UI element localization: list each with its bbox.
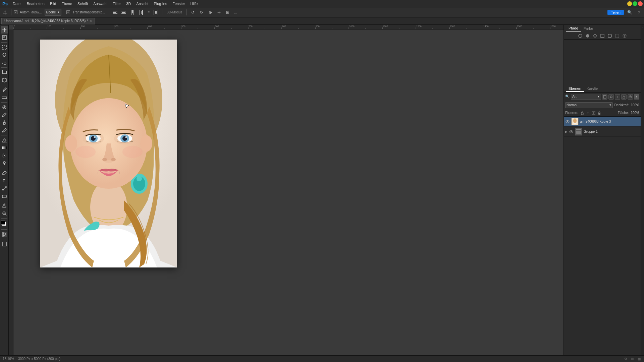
lock-position-icon[interactable]: ✛	[586, 111, 590, 115]
menu-plugins[interactable]: Plug-ins	[151, 1, 170, 6]
search-layers-icon[interactable]: 🔍	[565, 95, 570, 99]
tool-select-lasso[interactable]	[1, 51, 8, 59]
layer-group-arrow[interactable]: ▶	[565, 130, 568, 133]
minimize-button[interactable]: −	[627, 1, 632, 6]
learn-icon[interactable]: ?	[635, 9, 643, 16]
lock-all-icon[interactable]	[597, 111, 602, 115]
align-left-icon[interactable]	[111, 9, 119, 16]
tool-dodge[interactable]	[1, 160, 8, 167]
rect-shape-icon[interactable]	[600, 33, 605, 39]
diamond-icon[interactable]	[592, 33, 598, 39]
tool-eyedropper[interactable]	[1, 86, 8, 94]
layer-item-1[interactable]: ▶ Gruppe 1	[564, 127, 641, 137]
maximize-button[interactable]: +	[633, 1, 637, 6]
tab-pfade[interactable]: Pfade	[566, 25, 581, 32]
menu-bearbeiten[interactable]: Bearbeiten	[24, 1, 47, 6]
lock-artboard-icon[interactable]	[591, 111, 596, 115]
menu-ansicht[interactable]: Ansicht	[133, 1, 151, 6]
flaeche-value[interactable]: 100%	[631, 111, 639, 115]
filter-adjust-icon[interactable]	[608, 94, 614, 100]
tool-zoom[interactable]	[1, 210, 8, 217]
document-tab[interactable]: Unbenannt-1 bei 18,2% (girl-2406963 Kopi…	[1, 18, 95, 24]
filter-toggle-icon[interactable]: ●	[634, 94, 639, 100]
status-grid-icon[interactable]: ⊞	[630, 357, 635, 361]
menu-hilfe[interactable]: Hilfe	[187, 1, 200, 6]
sync-icon[interactable]: ⟳	[198, 9, 205, 16]
more-options-icon[interactable]: ...	[233, 10, 237, 15]
tool-gradient[interactable]	[1, 144, 8, 152]
tool-artboard[interactable]	[1, 34, 8, 41]
status-view-icon[interactable]: ▦	[637, 357, 641, 361]
ruler-icon[interactable]: ⊞	[224, 9, 231, 16]
tab-ebenen[interactable]: Ebenen	[566, 86, 584, 92]
tool-perspective[interactable]	[1, 76, 8, 84]
pin-icon[interactable]: ⊕	[207, 9, 214, 16]
color-swatches[interactable]	[1, 220, 8, 228]
menu-filter[interactable]: Filter	[110, 1, 123, 6]
foreground-color-swatch[interactable]	[1, 220, 5, 225]
tool-crop[interactable]	[1, 69, 8, 76]
tool-blur[interactable]	[1, 152, 8, 159]
rotate-icon[interactable]: ↺	[189, 9, 197, 16]
move3d-icon[interactable]: ✛	[215, 9, 223, 16]
distribute-icon[interactable]: ≡	[146, 10, 151, 15]
auto-select-checkbox[interactable]: ✓	[14, 10, 17, 14]
filter-pixel-icon[interactable]	[602, 94, 607, 100]
panel-collapse-strip[interactable]: ‹	[641, 25, 644, 362]
transformation-checkbox[interactable]: ✓	[66, 10, 70, 14]
filter-smart-icon[interactable]	[628, 94, 633, 100]
tool-history-brush[interactable]	[1, 127, 8, 134]
portrait-image	[40, 40, 177, 267]
rect-rounded-icon[interactable]	[607, 33, 612, 39]
tool-healing[interactable]	[1, 104, 8, 111]
search-icon[interactable]: 🔍	[626, 9, 633, 16]
menu-auswahl[interactable]: Auswahl	[91, 1, 110, 6]
circle-filled-icon[interactable]	[585, 33, 590, 39]
tool-path-select[interactable]	[1, 185, 8, 192]
menu-schrift[interactable]: Schrift	[75, 1, 91, 6]
tool-move[interactable]	[1, 26, 8, 34]
tool-quick-mask[interactable]	[1, 231, 8, 238]
tab-kanale[interactable]: Kanäle	[584, 86, 601, 92]
tool-select-object[interactable]	[1, 59, 8, 66]
tab-close-button[interactable]: ×	[90, 19, 92, 23]
tool-shape[interactable]	[1, 192, 8, 200]
layer-visibility-1[interactable]	[569, 129, 574, 134]
menu-datei[interactable]: Datei	[10, 1, 24, 6]
layer-visibility-0[interactable]	[565, 119, 570, 124]
filter-text-icon[interactable]: T	[615, 94, 620, 100]
align-center-icon[interactable]	[120, 9, 127, 16]
tool-text[interactable]: T	[1, 177, 8, 184]
canvas-content[interactable]	[13, 29, 564, 362]
share-button[interactable]: Teilen	[607, 10, 624, 15]
tab-farbe[interactable]: Farbe	[581, 26, 596, 31]
menu-3d[interactable]: 3D	[123, 1, 133, 6]
menu-fenster[interactable]: Fenster	[170, 1, 187, 6]
circle-shape-icon[interactable]	[578, 33, 583, 39]
tool-select-rect[interactable]	[1, 44, 8, 51]
layer-type-dropdown[interactable]: Art ▼	[571, 94, 601, 100]
tool-clone[interactable]	[1, 119, 8, 126]
close-button[interactable]: ×	[638, 1, 643, 6]
distribute2-icon[interactable]	[152, 9, 160, 16]
opacity-value[interactable]: 100%	[631, 103, 639, 107]
path-icon[interactable]	[614, 33, 620, 39]
tool-eraser[interactable]	[1, 136, 8, 144]
tool-brush[interactable]	[1, 111, 8, 119]
layer-item-0[interactable]: girl-2406963 Kopie 3	[564, 117, 641, 127]
blend-mode-dropdown[interactable]: Normal ▼	[565, 102, 613, 108]
align-middle-icon[interactable]	[138, 9, 145, 16]
align-top-icon[interactable]	[129, 9, 136, 16]
menu-bild[interactable]: Bild	[47, 1, 59, 6]
tool-hand[interactable]	[1, 202, 8, 209]
lock-pixels-icon[interactable]	[580, 111, 585, 115]
ebene-dropdown[interactable]: Ebene ▼	[45, 9, 62, 16]
add-path-icon[interactable]	[622, 33, 627, 39]
menu-ebene[interactable]: Ebene	[59, 1, 75, 6]
tool-ruler[interactable]	[1, 94, 8, 101]
status-gear-icon[interactable]: ⚙	[623, 357, 628, 361]
filter-vector-icon[interactable]	[621, 94, 627, 100]
toolbar-move-icon[interactable]	[1, 9, 9, 16]
tool-screen-mode[interactable]	[1, 240, 8, 248]
tool-pen[interactable]	[1, 169, 8, 177]
